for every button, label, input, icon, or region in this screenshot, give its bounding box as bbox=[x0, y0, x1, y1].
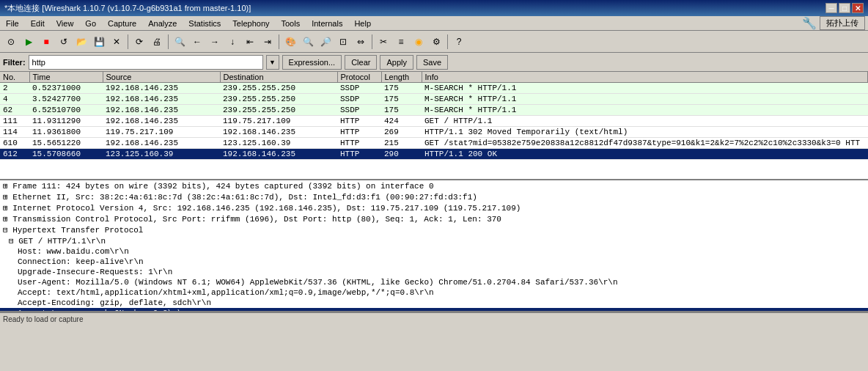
toolbar-open-btn[interactable]: 📂 bbox=[73, 34, 89, 50]
col-dst: Destination bbox=[220, 72, 337, 83]
detail-section-http-conn[interactable]: Connection: keep-alive\r\n bbox=[0, 257, 868, 267]
toolbar-print-btn[interactable]: 🖨 bbox=[149, 34, 165, 50]
maximize-button[interactable]: □ bbox=[839, 3, 850, 13]
menu-edit[interactable]: Edit bbox=[25, 18, 51, 29]
menu-tools[interactable]: Tools bbox=[276, 18, 306, 29]
col-time: Time bbox=[29, 72, 103, 83]
detail-section-http-accept[interactable]: Accept: text/html,application/xhtml+xml,… bbox=[0, 287, 868, 298]
toolbar-sep-1 bbox=[128, 34, 128, 49]
table-row[interactable]: 11111.9311290192.168.146.235119.75.217.1… bbox=[0, 116, 868, 127]
table-row[interactable]: 61015.5651220192.168.146.235123.125.160.… bbox=[0, 138, 868, 149]
filter-clear-btn[interactable]: Clear bbox=[345, 55, 377, 70]
toolbar-prefs-btn[interactable]: ⚙ bbox=[428, 34, 444, 50]
wifi-icon: 🔧 bbox=[802, 16, 817, 30]
filter-apply-btn[interactable]: Apply bbox=[380, 55, 413, 70]
toolbar-colorize-btn[interactable]: 🎨 bbox=[282, 34, 298, 50]
filter-save-btn[interactable]: Save bbox=[416, 55, 448, 70]
detail-section-frame: ⊞ Frame 111: 424 bytes on wire (3392 bit… bbox=[0, 180, 868, 191]
title-bar-text: *本地连接 [Wireshark 1.10.7 (v1.10.7-0-g6b93… bbox=[4, 3, 251, 14]
col-no: No. bbox=[0, 72, 29, 83]
detail-section-http[interactable]: ⊟ Hypertext Transfer Protocol bbox=[0, 224, 868, 235]
col-len: Length bbox=[381, 72, 422, 83]
toolbar-restart-btn[interactable]: ↺ bbox=[56, 34, 72, 50]
filter-label: Filter: bbox=[3, 58, 26, 67]
toolbar-stop-btn[interactable]: ■ bbox=[38, 34, 54, 50]
menu-bar: File Edit View Go Capture Analyze Statis… bbox=[0, 16, 868, 31]
toolbar: ⊙ ▶ ■ ↺ 📂 💾 ✕ ⟳ 🖨 🔍 ← → ↓ ⇤ ⇥ 🎨 🔍 🔎 ⊡ ⇔ … bbox=[0, 31, 868, 53]
minimize-button[interactable]: ─ bbox=[825, 3, 837, 13]
detail-section-eth: ⊞ Ethernet II, Src: 38:2c:4a:61:8c:7d (3… bbox=[0, 191, 868, 202]
toolbar-sep-4 bbox=[372, 34, 372, 49]
menu-analyze[interactable]: Analyze bbox=[142, 18, 183, 29]
detail-section-http-enc[interactable]: Accept-Encoding: gzip, deflate, sdch\r\n bbox=[0, 298, 868, 308]
menu-go[interactable]: Go bbox=[79, 18, 102, 29]
toolbar-capture-filter-btn[interactable]: ✂ bbox=[375, 34, 391, 50]
status-text: Ready to load or capture bbox=[3, 315, 84, 323]
packet-list[interactable]: No. Time Source Destination Protocol Len… bbox=[0, 72, 868, 180]
toolbar-help-btn[interactable]: ? bbox=[451, 34, 467, 50]
col-proto: Protocol bbox=[337, 72, 381, 83]
menu-file[interactable]: File bbox=[0, 18, 25, 29]
toolbar-zoom-in-btn[interactable]: 🔍 bbox=[300, 34, 316, 50]
menu-telephony[interactable]: Telephony bbox=[227, 18, 275, 29]
toolbar-sep-2 bbox=[168, 34, 169, 49]
toolbar-close-btn[interactable]: ✕ bbox=[108, 34, 125, 50]
col-info: Info bbox=[422, 72, 868, 83]
toolbar-resize-btn[interactable]: ⇔ bbox=[353, 34, 369, 50]
table-row[interactable]: 626.52510700192.168.146.235239.255.255.2… bbox=[0, 105, 868, 116]
title-bar-buttons: ─ □ ✕ bbox=[825, 3, 864, 13]
top-right-area: 🔧 拓扑上传 bbox=[799, 16, 868, 31]
close-button[interactable]: ✕ bbox=[852, 3, 864, 13]
toolbar-color-filter-btn[interactable]: ◉ bbox=[411, 34, 427, 50]
toolbar-next-btn[interactable]: → bbox=[207, 34, 223, 50]
toolbar-goto-btn[interactable]: ↓ bbox=[224, 34, 240, 50]
table-row[interactable]: 43.52427700192.168.146.235239.255.255.25… bbox=[0, 94, 868, 105]
menu-help[interactable]: Help bbox=[348, 18, 377, 29]
upload-button[interactable]: 拓扑上传 bbox=[820, 16, 865, 30]
toolbar-start-btn[interactable]: ▶ bbox=[21, 34, 37, 50]
filter-input[interactable] bbox=[29, 55, 263, 70]
table-row[interactable]: 20.52371000192.168.146.235239.255.255.25… bbox=[0, 83, 868, 94]
toolbar-find-btn[interactable]: 🔍 bbox=[172, 34, 188, 50]
toolbar-last-btn[interactable]: ⇥ bbox=[260, 34, 276, 50]
toolbar-save-btn[interactable]: 💾 bbox=[91, 34, 107, 50]
toolbar-normal-btn[interactable]: ⊡ bbox=[335, 34, 351, 50]
detail-section-tcp: ⊞ Transmission Control Protocol, Src Por… bbox=[0, 213, 868, 224]
toolbar-zoom-out-btn[interactable]: 🔎 bbox=[317, 34, 334, 50]
toolbar-reload-btn[interactable]: ⟳ bbox=[131, 34, 147, 50]
status-bar: Ready to load or capture bbox=[0, 312, 868, 326]
filter-bar: Filter: ▼ Expression... Clear Apply Save bbox=[0, 53, 868, 72]
toolbar-sep-3 bbox=[279, 34, 279, 49]
menu-internals[interactable]: Internals bbox=[306, 18, 348, 29]
menu-capture[interactable]: Capture bbox=[102, 18, 142, 29]
filter-expression-btn[interactable]: Expression... bbox=[282, 55, 342, 70]
detail-section-ip: ⊞ Internet Protocol Version 4, Src: 192.… bbox=[0, 202, 868, 213]
detail-section-http-get[interactable]: ⊟ GET / HTTP/1.1\r\n bbox=[0, 235, 868, 246]
toolbar-first-btn[interactable]: ⇤ bbox=[242, 34, 258, 50]
detail-section-http-ua[interactable]: User-Agent: Mozilla/5.0 (Windows NT 6.1;… bbox=[0, 277, 868, 287]
title-bar: *本地连接 [Wireshark 1.10.7 (v1.10.7-0-g6b93… bbox=[0, 0, 868, 16]
toolbar-interface-btn[interactable]: ⊙ bbox=[3, 34, 19, 50]
table-row[interactable]: 61215.5708660123.125.160.39192.168.146.2… bbox=[0, 149, 868, 160]
toolbar-display-filter-btn[interactable]: ≡ bbox=[393, 34, 409, 50]
table-row[interactable]: 11411.9361800119.75.217.109192.168.146.2… bbox=[0, 127, 868, 138]
menu-statistics[interactable]: Statistics bbox=[183, 18, 227, 29]
detail-section-http-host[interactable]: Host: www.baidu.com\r\n bbox=[0, 246, 868, 257]
filter-dropdown-btn[interactable]: ▼ bbox=[266, 55, 279, 70]
toolbar-prev-btn[interactable]: ← bbox=[189, 34, 205, 50]
menu-view[interactable]: View bbox=[51, 18, 80, 29]
detail-section-http-upgrade[interactable]: Upgrade-Insecure-Requests: 1\r\n bbox=[0, 267, 868, 277]
col-src: Source bbox=[103, 72, 220, 83]
packet-detail: ⊞ Frame 111: 424 bytes on wire (3392 bit… bbox=[0, 180, 868, 312]
toolbar-sep-5 bbox=[447, 34, 448, 49]
